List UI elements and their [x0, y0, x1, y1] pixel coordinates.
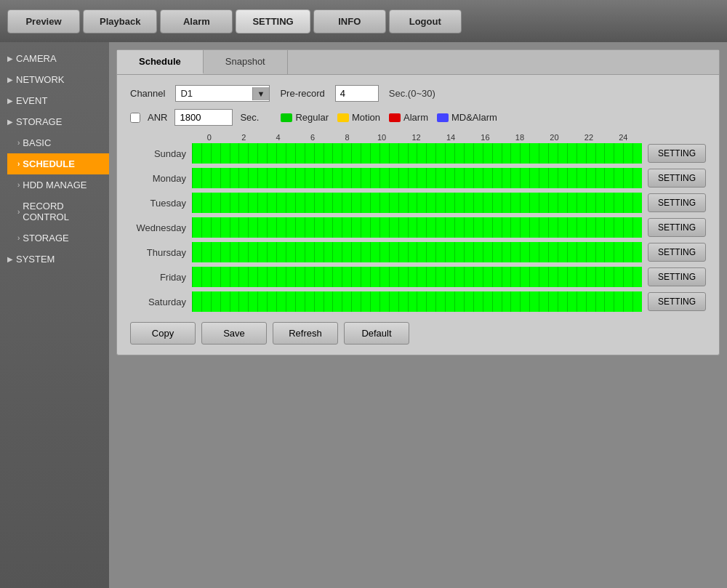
time-10: 10 — [364, 133, 398, 142]
sidebar: ▶ CAMERA ▶ NETWORK ▶ EVENT ▶ STORAGE › B… — [0, 42, 109, 588]
sidebar-item-record-control[interactable]: › RECORD CONTROL — [7, 196, 109, 227]
time-4: 4 — [261, 133, 295, 142]
tab-bar: Schedule Snapshot — [117, 50, 719, 75]
nav-playback[interactable]: Playback — [83, 9, 157, 33]
schedule-grid: 0 2 4 6 8 10 12 14 16 18 20 22 24 — [130, 133, 706, 312]
day-sunday-timeline[interactable] — [192, 143, 642, 164]
nav-preview[interactable]: Preview — [7, 9, 80, 33]
day-thursday-label: Thursday — [130, 247, 192, 258]
main-layout: ▶ CAMERA ▶ NETWORK ▶ EVENT ▶ STORAGE › B… — [0, 42, 727, 588]
legend-alarm: Alarm — [389, 112, 428, 123]
setting-btn-tuesday[interactable]: SETTING — [648, 193, 706, 212]
content-panel: Schedule Snapshot Channel D1 ▼ Pre-recor… — [116, 49, 720, 355]
sidebar-item-system[interactable]: ▶ SYSTEM — [0, 249, 109, 270]
anr-checkbox[interactable] — [130, 113, 140, 123]
storage-arrow-icon: ▶ — [7, 118, 13, 126]
time-24: 24 — [606, 133, 640, 142]
day-friday-timeline[interactable] — [192, 267, 642, 287]
nav-setting[interactable]: SETTING — [236, 9, 310, 33]
refresh-button[interactable]: Refresh — [273, 322, 338, 345]
time-2: 2 — [226, 133, 260, 142]
day-row-saturday: Saturday SETTING — [130, 291, 706, 312]
day-row-thursday: Thursday SETTING — [130, 242, 706, 262]
day-monday-timeline[interactable] — [192, 168, 642, 188]
time-0: 0 — [192, 133, 226, 142]
setting-btn-thursday[interactable]: SETTING — [648, 243, 706, 262]
controls-row: Channel D1 ▼ Pre-record Sec.(0~30) — [130, 85, 706, 102]
time-8: 8 — [330, 133, 364, 142]
channel-value: D1 — [176, 86, 252, 101]
legend-mdalarm-label: MD&Alarm — [451, 112, 497, 123]
day-saturday-timeline[interactable] — [192, 291, 642, 312]
sidebar-storage-children: › BASIC › SCHEDULE › HDD MANAGE › RECORD… — [0, 132, 109, 249]
time-22: 22 — [571, 133, 606, 142]
sidebar-item-hdd-manage[interactable]: › HDD MANAGE — [7, 174, 109, 196]
sidebar-item-camera[interactable]: ▶ CAMERA — [0, 48, 109, 69]
content-area: Schedule Snapshot Channel D1 ▼ Pre-recor… — [109, 42, 727, 588]
tab-snapshot[interactable]: Snapshot — [204, 50, 288, 74]
anr-input[interactable] — [174, 109, 233, 126]
day-sunday-label: Sunday — [130, 148, 192, 159]
camera-arrow-icon: ▶ — [7, 55, 13, 63]
nav-alarm[interactable]: Alarm — [160, 9, 233, 33]
day-thursday-green — [192, 242, 642, 262]
day-sunday-green — [192, 143, 642, 164]
legend-motion-label: Motion — [352, 112, 380, 123]
day-friday-label: Friday — [130, 272, 192, 283]
day-tuesday-timeline[interactable] — [192, 193, 642, 213]
day-monday-green — [192, 168, 642, 188]
day-saturday-label: Saturday — [130, 297, 192, 307]
legend-regular-label: Regular — [295, 112, 329, 123]
setting-btn-wednesday[interactable]: SETTING — [648, 218, 706, 237]
save-button[interactable]: Save — [201, 322, 267, 345]
time-6: 6 — [295, 133, 329, 142]
setting-btn-saturday[interactable]: SETTING — [648, 292, 706, 311]
anr-unit: Sec. — [240, 112, 259, 123]
time-header: 0 2 4 6 8 10 12 14 16 18 20 22 24 — [192, 133, 640, 142]
channel-label: Channel — [130, 88, 165, 99]
day-thursday-timeline[interactable] — [192, 242, 642, 262]
system-arrow-icon: ▶ — [7, 255, 13, 263]
nav-info[interactable]: INFO — [313, 9, 386, 33]
sidebar-item-event[interactable]: ▶ EVENT — [0, 90, 109, 111]
prerecord-input[interactable] — [335, 85, 379, 102]
copy-button[interactable]: Copy — [130, 322, 196, 345]
sidebar-item-storage[interactable]: ▶ STORAGE — [0, 111, 109, 132]
time-14: 14 — [433, 133, 467, 142]
setting-btn-monday[interactable]: SETTING — [648, 169, 706, 188]
day-tuesday-green — [192, 193, 642, 213]
sidebar-item-network[interactable]: ▶ NETWORK — [0, 69, 109, 90]
day-tuesday-label: Tuesday — [130, 198, 192, 209]
event-arrow-icon: ▶ — [7, 97, 13, 105]
day-row-monday: Monday SETTING — [130, 168, 706, 188]
tab-schedule[interactable]: Schedule — [117, 50, 204, 74]
day-friday-green — [192, 267, 642, 287]
top-nav: Preview Playback Alarm SETTING INFO Logo… — [0, 0, 727, 42]
legend-motion: Motion — [337, 112, 380, 123]
alarm-color — [389, 113, 401, 122]
day-wednesday-timeline[interactable] — [192, 217, 642, 238]
day-row-tuesday: Tuesday SETTING — [130, 193, 706, 213]
anr-label: ANR — [148, 112, 167, 123]
schedule-content: Channel D1 ▼ Pre-record Sec.(0~30) ANR S… — [117, 75, 719, 355]
nav-logout[interactable]: Logout — [389, 9, 462, 33]
legend-regular: Regular — [281, 112, 329, 123]
regular-color — [281, 113, 292, 122]
time-12: 12 — [399, 133, 433, 142]
default-button[interactable]: Default — [344, 322, 409, 345]
sidebar-item-storage-child[interactable]: › STORAGE — [7, 227, 109, 249]
time-20: 20 — [537, 133, 571, 142]
channel-select[interactable]: D1 ▼ — [175, 85, 270, 102]
anr-row: ANR Sec. Regular Motion — [130, 109, 706, 126]
day-wednesday-green — [192, 217, 642, 238]
motion-color — [337, 113, 349, 122]
setting-btn-friday[interactable]: SETTING — [648, 267, 706, 286]
sidebar-item-schedule[interactable]: › SCHEDULE — [7, 153, 109, 174]
prerecord-label: Pre-record — [280, 88, 324, 99]
day-row-wednesday: Wednesday SETTING — [130, 217, 706, 238]
time-18: 18 — [502, 133, 537, 142]
setting-btn-sunday[interactable]: SETTING — [648, 144, 706, 163]
channel-dropdown-btn[interactable]: ▼ — [252, 87, 270, 100]
sidebar-item-basic[interactable]: › BASIC — [7, 132, 109, 153]
legend: Regular Motion Alarm MD&Alarm — [281, 112, 497, 123]
